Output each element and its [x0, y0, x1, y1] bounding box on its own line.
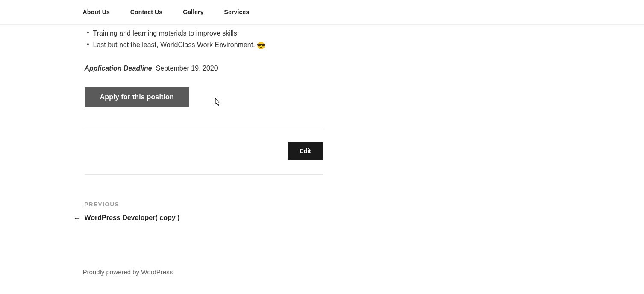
application-deadline: Application Deadline: September 19, 2020 — [85, 63, 323, 74]
nav-item-gallery[interactable]: Gallery — [183, 0, 203, 24]
top-nav: About Us Contact Us Gallery Services — [0, 0, 644, 25]
footer-credit-link[interactable]: Proudly powered by WordPress — [83, 268, 173, 276]
edit-row: Edit — [85, 142, 323, 160]
list-item: Training and learning materials to impro… — [85, 28, 323, 39]
deadline-label: Application Deadline — [85, 65, 152, 72]
previous-link[interactable]: ← WordPress Developer( copy ) — [85, 213, 180, 223]
arrow-left-icon: ← — [74, 213, 81, 224]
previous-label: PREVIOUS — [85, 200, 323, 209]
nav-container: About Us Contact Us Gallery Services — [66, 0, 579, 24]
list-item: Last but not the least, WorldClass Work … — [85, 40, 323, 51]
nav-item-about[interactable]: About Us — [83, 0, 110, 24]
list-item-text: Training and learning materials to impro… — [93, 30, 239, 37]
deadline-value: : September 19, 2020 — [152, 65, 218, 72]
divider — [85, 128, 323, 128]
apply-button[interactable]: Apply for this position — [85, 87, 189, 107]
divider — [85, 174, 323, 175]
main-content: Training and learning materials to impro… — [83, 25, 323, 223]
benefits-list: Training and learning materials to impro… — [85, 28, 323, 51]
list-item-text: Last but not the least, WorldClass Work … — [93, 41, 257, 48]
site-footer: Proudly powered by WordPress — [0, 249, 644, 294]
content-wrap: Training and learning materials to impro… — [66, 25, 579, 223]
nav-item-contact[interactable]: Contact Us — [130, 0, 162, 24]
edit-button[interactable]: Edit — [288, 142, 323, 160]
footer-container: Proudly powered by WordPress — [66, 267, 579, 277]
sunglasses-emoji-icon: 😎 — [257, 41, 265, 51]
previous-title: WordPress Developer( copy ) — [85, 214, 180, 221]
previous-post-nav[interactable]: PREVIOUS ← WordPress Developer( copy ) — [85, 200, 323, 223]
nav-item-services[interactable]: Services — [224, 0, 250, 24]
